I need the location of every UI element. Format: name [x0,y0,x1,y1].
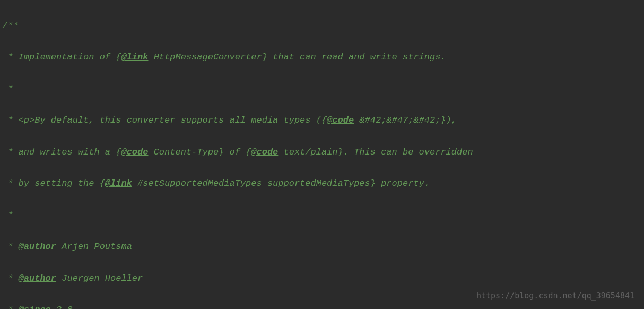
javadoc-line: * by setting the {@link #setSupportedMed… [2,176,644,192]
code-editor[interactable]: /** * Implementation of {@link HttpMessa… [0,0,644,309]
javadoc-line: * @since 3.0 [2,302,644,309]
javadoc-since-tag: @since [19,305,51,309]
javadoc-code-tag: @code [251,147,278,157]
javadoc-line: /** [2,18,644,34]
javadoc-code-tag: @code [121,147,148,157]
javadoc-line: * Implementation of {@link HttpMessageCo… [2,49,644,65]
javadoc-link-tag: @link [121,52,148,62]
javadoc-line: * [2,81,644,97]
javadoc-code-tag: @code [327,115,354,125]
javadoc-line: * @author Arjen Poutsma [2,239,644,255]
javadoc-author-tag: @author [19,242,56,252]
javadoc-line: * @author Juergen Hoeller [2,271,644,287]
watermark-text: https://blog.csdn.net/qq_39654841 [476,289,634,303]
javadoc-line: * [2,208,644,224]
javadoc-link-tag: @link [105,178,132,188]
javadoc-line: * <p>By default, this converter supports… [2,113,644,128]
javadoc-start: /** [2,21,19,31]
javadoc-line: * and writes with a {@code Content-Type}… [2,144,644,160]
javadoc-author-tag: @author [19,273,56,284]
